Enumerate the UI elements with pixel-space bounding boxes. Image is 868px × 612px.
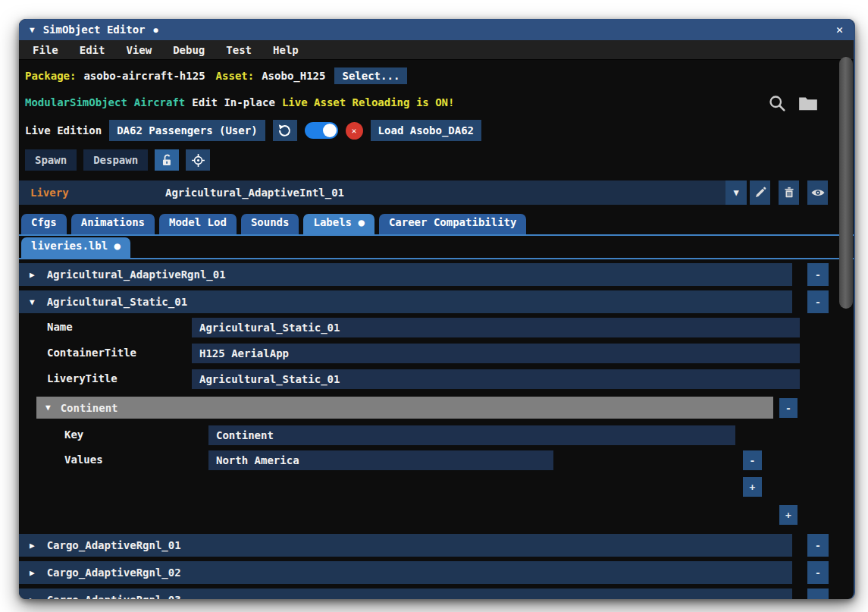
despawn-button[interactable]: Despawn [83, 149, 148, 171]
menu-view[interactable]: View [115, 44, 162, 56]
tab-career-compatibility[interactable]: Career Compatibility [379, 214, 527, 235]
menu-debug[interactable]: Debug [162, 44, 215, 56]
asset-label: Asset: [216, 70, 255, 82]
values-field-label: Values [64, 454, 103, 466]
file-tabs-underline [19, 258, 855, 259]
live-edition-value-button[interactable]: DA62 Passengers (User) [109, 120, 265, 141]
remove-entry-button[interactable]: - [807, 263, 829, 286]
value-input[interactable]: North America [208, 450, 553, 470]
list-item-label: Agricultural_Static_01 [47, 296, 187, 308]
delete-livery-icon[interactable] [779, 180, 799, 205]
list-item-label: Cargo_AdaptiveRgnl_03 [47, 594, 181, 599]
expand-icon[interactable]: ▶ [30, 568, 35, 578]
window-title: SimObject Editor [43, 24, 146, 36]
select-button[interactable]: Select... [334, 67, 407, 84]
asset-value: Asobo_H125 [262, 70, 325, 82]
menu-bar: File Edit View Debug Test Help [19, 40, 854, 60]
list-item-label: Agricultural_AdaptiveRgnl_01 [47, 268, 226, 281]
list-item-cargo-adaptivergnl-02[interactable]: ▶ Cargo_AdaptiveRgnl_02 [19, 561, 792, 584]
tab-cfgs[interactable]: Cfgs [21, 214, 67, 235]
list-item-cargo-adaptivergnl-01[interactable]: ▶ Cargo_AdaptiveRgnl_01 [19, 534, 792, 557]
spawn-bar: Spawn Despawn [25, 149, 210, 171]
close-icon[interactable]: ✕ [836, 23, 843, 36]
containertitle-field-label: ContainerTitle [47, 347, 136, 359]
chevron-down-icon[interactable]: ▼ [725, 180, 747, 205]
containertitle-input[interactable]: H125 AerialApp [192, 344, 800, 363]
menu-edit[interactable]: Edit [69, 44, 116, 56]
editor-tabs: Cfgs Animations Model Lod Sounds Labels … [21, 214, 526, 235]
simobject-type: ModularSimObject [25, 96, 127, 108]
tab-liveries-lbl[interactable]: liveries.lbl ● [21, 237, 130, 259]
group-label: Continent [61, 402, 118, 414]
collapse-icon[interactable]: ▼ [45, 403, 51, 413]
key-input[interactable]: Continent [208, 425, 735, 445]
reload-icon[interactable] [273, 120, 297, 141]
remove-entry-button[interactable]: - [807, 588, 829, 599]
load-asset-button[interactable]: Load Asobo_DA62 [371, 120, 481, 141]
tabs-underline [19, 234, 855, 236]
simobject-editor-window: ▼ SimObject Editor ● ✕ File Edit View De… [19, 19, 855, 599]
name-input[interactable]: Agricultural_Static_01 [192, 318, 800, 337]
toggle-knob [323, 124, 337, 137]
search-icon[interactable] [766, 93, 788, 114]
liverytitle-input[interactable]: Agricultural_Static_01 [192, 369, 800, 389]
list-item-label: Cargo_AdaptiveRgnl_01 [47, 539, 181, 551]
simobject-info-row: ModularSimObject Aircraft Edit In-place … [25, 94, 454, 111]
file-tabs: liveries.lbl ● [21, 237, 130, 259]
remove-group-button[interactable]: - [779, 398, 797, 418]
list-item-agricultural-static-01[interactable]: ▼ Agricultural_Static_01 [19, 290, 792, 313]
package-label: Package: [25, 70, 76, 82]
remove-entry-button[interactable]: - [807, 534, 829, 557]
window-dirty-dot: ● [153, 26, 158, 34]
menu-test[interactable]: Test [215, 44, 262, 56]
tab-model-lod[interactable]: Model Lod [159, 214, 237, 235]
collapse-icon[interactable]: ▼ [30, 297, 35, 307]
group-header-continent[interactable]: ▼ Continent [36, 397, 773, 419]
package-row: Package: asobo-aircraft-h125 Asset: Asob… [25, 66, 407, 86]
name-field-label: Name [47, 321, 73, 333]
key-field-label: Key [64, 428, 83, 441]
liverytitle-field-label: LiveryTitle [47, 372, 118, 384]
spawn-button[interactable]: Spawn [25, 149, 77, 171]
tab-sounds[interactable]: Sounds [241, 214, 299, 235]
package-value: asobo-aircraft-h125 [83, 70, 205, 82]
list-item-label: Cargo_AdaptiveRgnl_02 [47, 566, 181, 579]
live-edition-row: Live Edition DA62 Passengers (User) ✕ Lo… [25, 119, 481, 142]
scrollbar-thumb[interactable] [839, 57, 853, 309]
window-collapse-icon[interactable]: ▼ [30, 25, 35, 35]
menu-file[interactable]: File [22, 44, 69, 56]
list-item-agricultural-adaptivergnl-01[interactable]: ▶ Agricultural_AdaptiveRgnl_01 [19, 263, 792, 286]
simobject-category: Aircraft [134, 96, 185, 108]
edit-mode-label: Edit In-place [192, 96, 275, 108]
expand-icon[interactable]: ▶ [30, 541, 35, 551]
folder-icon[interactable] [797, 94, 819, 112]
remove-entry-button[interactable]: - [807, 561, 829, 584]
edit-livery-icon[interactable] [750, 180, 770, 205]
crosshair-icon[interactable] [186, 149, 210, 171]
list-item-cargo-adaptivergnl-03[interactable]: ▶ Cargo_AdaptiveRgnl_03 [19, 588, 792, 599]
livery-selector-row[interactable]: Livery Agricultural_AdaptiveIntl_01 ▼ [19, 180, 747, 205]
live-reload-status: Live Asset Reloading is ON! [282, 96, 455, 108]
live-edit-toggle[interactable] [305, 122, 338, 139]
add-value-button[interactable]: + [743, 477, 762, 497]
live-edition-label: Live Edition [25, 124, 102, 137]
expand-icon[interactable]: ▶ [30, 595, 35, 600]
menu-help[interactable]: Help [262, 44, 309, 56]
unlock-icon[interactable] [155, 149, 179, 171]
tab-labels[interactable]: Labels ● [303, 214, 374, 235]
add-group-button[interactable]: + [779, 505, 797, 525]
livery-label: Livery [30, 187, 165, 199]
livery-value: Agricultural_AdaptiveIntl_01 [165, 187, 344, 199]
cancel-live-edit-icon[interactable]: ✕ [346, 122, 363, 140]
tab-animations[interactable]: Animations [71, 214, 155, 235]
view-livery-icon[interactable] [807, 180, 828, 205]
title-bar: ▼ SimObject Editor ● ✕ [19, 19, 854, 40]
expand-icon[interactable]: ▶ [30, 270, 35, 280]
remove-value-button[interactable]: - [743, 450, 762, 470]
remove-entry-button[interactable]: - [807, 290, 829, 313]
